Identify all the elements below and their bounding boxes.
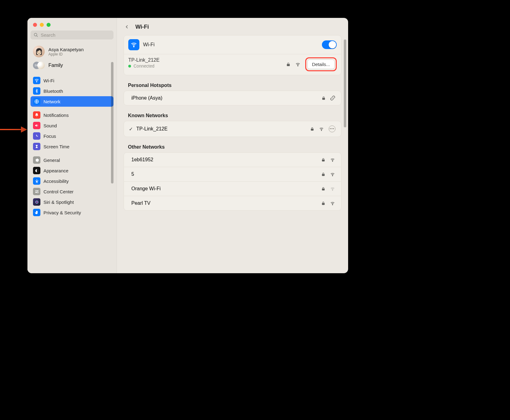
sidebar-item-label: Notifications [43, 113, 69, 118]
minimize-window-button[interactable] [40, 23, 44, 27]
sidebar-item-focus[interactable]: Focus [31, 131, 113, 141]
sidebar-scrollbar[interactable] [111, 62, 113, 183]
appearance-icon [33, 167, 40, 174]
lock-icon [321, 201, 325, 206]
sidebar-item-general[interactable]: General [31, 155, 113, 165]
search-input[interactable] [41, 32, 110, 38]
signal-icon [330, 172, 335, 177]
zoom-window-button[interactable] [47, 23, 51, 27]
other-network-row[interactable]: Pearl TV [124, 196, 341, 210]
family-label: Family [48, 63, 63, 68]
network-name: iPhone (Asya) [131, 95, 162, 101]
signal-icon [295, 62, 301, 67]
sidebar-item-bluetooth[interactable]: Bluetooth [31, 86, 113, 96]
svg-point-12 [134, 46, 134, 47]
svg-point-5 [36, 179, 37, 180]
more-options-button[interactable]: ••• [329, 126, 335, 132]
lock-icon [321, 172, 325, 177]
svg-point-11 [36, 201, 38, 203]
wifi-master-row: Wi-Fi [124, 35, 341, 54]
other-panel: 1eb61952 5 Orange Wi-Fi [124, 152, 341, 211]
accessibility-icon [33, 177, 40, 185]
svg-point-16 [332, 175, 333, 176]
page-title: Wi-Fi [135, 24, 149, 30]
hotspots-panel: iPhone (Asya) [124, 91, 341, 105]
globe-icon [33, 98, 40, 105]
family-avatars: SM [33, 62, 45, 69]
speaker-icon [33, 122, 40, 129]
sidebar-item-label: Accessibility [43, 179, 69, 184]
network-name: Orange Wi-Fi [131, 186, 161, 191]
sidebar-item-screen-time[interactable]: Screen Time [31, 141, 113, 152]
sidebar-item-label: Privacy & Security [43, 210, 81, 215]
wifi-icon [33, 77, 40, 84]
search-field[interactable] [31, 31, 113, 39]
sidebar-item-wifi[interactable]: Wi-Fi [31, 75, 113, 86]
status-dot-icon [128, 65, 131, 68]
connected-status: Connected [128, 64, 159, 68]
svg-point-14 [321, 130, 322, 131]
signal-icon [330, 201, 335, 206]
sidebar-item-appearance[interactable]: Appearance [31, 165, 113, 176]
sidebar-item-label: Siri & Spotlight [43, 200, 74, 205]
profile-name: Asya Karapetyan [48, 47, 84, 52]
hotspot-link-icon [330, 95, 335, 101]
other-network-row[interactable]: 5 [124, 167, 341, 181]
sidebar-item-label: Network [43, 99, 60, 104]
sidebar-item-privacy-security[interactable]: Privacy & Security [31, 207, 113, 218]
hand-icon [33, 209, 40, 216]
network-name: 1eb61952 [131, 157, 153, 163]
svg-point-15 [332, 161, 333, 162]
details-button[interactable]: Details... [307, 60, 335, 69]
lock-icon [310, 127, 314, 131]
bell-icon [33, 111, 40, 119]
wifi-toggle[interactable] [322, 40, 337, 49]
sidebar-item-siri-spotlight[interactable]: Siri & Spotlight [31, 197, 113, 207]
family-avatar-photo [37, 62, 45, 69]
search-icon [34, 33, 38, 37]
known-panel: ✓ TP-Link_212E ••• [124, 121, 341, 137]
main-content: Wi-Fi Wi-Fi TP-Link_212E Co [117, 18, 348, 273]
sidebar-item-label: Bluetooth [43, 89, 63, 94]
other-network-row[interactable]: 1eb61952 [124, 153, 341, 167]
svg-point-9 [37, 192, 38, 193]
back-button[interactable] [122, 22, 132, 31]
sidebar: 👩🏻 Asya Karapetyan Apple ID SM Family W [27, 18, 117, 273]
wifi-icon [128, 39, 139, 50]
signal-icon [330, 158, 335, 162]
sidebar-item-label: Control Center [43, 189, 74, 194]
network-name: Pearl TV [131, 200, 150, 206]
sidebar-item-notifications[interactable]: Notifications [31, 110, 113, 120]
sidebar-item-label: Appearance [43, 168, 68, 173]
sidebar-item-label: Wi-Fi [43, 78, 54, 83]
sidebar-item-control-center[interactable]: Control Center [31, 186, 113, 197]
other-network-row[interactable]: Orange Wi-Fi [124, 181, 341, 196]
content-scrollbar[interactable] [344, 39, 346, 127]
signal-icon [319, 127, 324, 131]
connected-ssid: TP-Link_212E [128, 57, 159, 63]
section-title-known: Known Networks [128, 113, 341, 118]
close-window-button[interactable] [33, 23, 37, 27]
family-row[interactable]: SM Family [31, 60, 113, 72]
sidebar-item-accessibility[interactable]: Accessibility [31, 176, 113, 186]
hotspot-row[interactable]: iPhone (Asya) [124, 91, 341, 105]
section-title-other: Other Networks [128, 144, 341, 150]
sidebar-item-network[interactable]: Network [31, 96, 113, 107]
connected-network-row[interactable]: TP-Link_212E Connected [124, 54, 341, 75]
sidebar-list: 👩🏻 Asya Karapetyan Apple ID SM Family W [27, 42, 117, 221]
svg-point-18 [332, 204, 333, 205]
window-controls [27, 18, 117, 31]
lock-icon [321, 158, 325, 162]
network-name: TP-Link_212E [136, 126, 167, 132]
known-network-row[interactable]: ✓ TP-Link_212E ••• [124, 121, 341, 137]
settings-window: 👩🏻 Asya Karapetyan Apple ID SM Family W [27, 18, 348, 273]
lock-icon [286, 62, 290, 67]
svg-point-8 [35, 190, 37, 191]
profile-sub: Apple ID [48, 52, 84, 56]
svg-point-17 [332, 190, 333, 191]
sidebar-item-label: Screen Time [43, 144, 69, 149]
signal-icon [330, 187, 335, 191]
apple-id-row[interactable]: 👩🏻 Asya Karapetyan Apple ID [31, 43, 113, 60]
svg-point-2 [36, 82, 37, 82]
sidebar-item-sound[interactable]: Sound [31, 120, 113, 131]
